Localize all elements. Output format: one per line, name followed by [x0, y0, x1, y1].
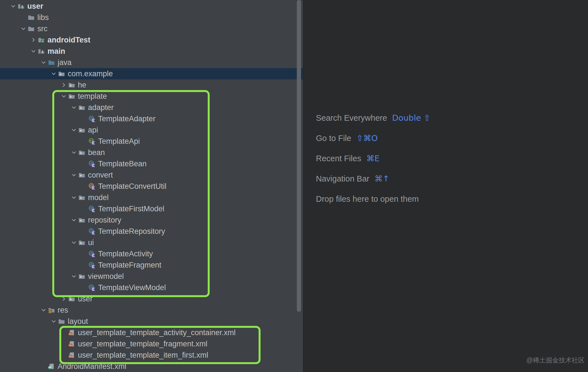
chevron-down-icon[interactable] — [70, 216, 78, 224]
chevron-down-icon[interactable] — [30, 48, 38, 55]
tree-row-templateactivity[interactable]: TemplateActivity — [0, 248, 303, 259]
chevron-right-icon[interactable] — [60, 81, 68, 89]
tree-row-user-template-template-fragment-xml[interactable]: <>user_template_template_fragment.xml — [0, 338, 303, 349]
tree-item-label: src — [37, 23, 48, 34]
chevron-spacer — [80, 160, 88, 167]
tree-item-label: res — [58, 304, 68, 316]
tree-item-label: TemplateApi — [98, 136, 140, 147]
tree-row-java[interactable]: java — [0, 57, 303, 68]
package-icon — [78, 239, 85, 246]
tree-row-res[interactable]: res — [0, 304, 303, 316]
chevron-down-icon[interactable] — [70, 126, 78, 134]
tree-row-template[interactable]: template — [0, 91, 303, 102]
shortcut-keys: Double ⇧ — [392, 113, 430, 123]
package-icon — [78, 194, 85, 201]
tree-row-adapter[interactable]: adapter — [0, 102, 303, 113]
tree-row-com-example[interactable]: com.example — [0, 68, 303, 79]
xml-file-icon: <> — [68, 340, 75, 348]
package-icon — [78, 104, 85, 111]
shortcut-hint-search-everywhere: Search EverywhereDouble ⇧ — [316, 108, 430, 128]
tree-row-viewmodel[interactable]: viewmodel — [0, 271, 303, 282]
tree-row-templatebean[interactable]: TemplateBean — [0, 158, 303, 169]
tree-row-libs[interactable]: libs — [0, 12, 303, 23]
chevron-down-icon[interactable] — [70, 149, 78, 156]
tree-row-user[interactable]: user — [0, 293, 303, 304]
tree-row-he[interactable]: he — [0, 79, 303, 91]
package-icon — [58, 70, 65, 77]
chevron-down-icon[interactable] — [50, 318, 58, 325]
tree-item-label: layout — [68, 316, 88, 327]
chevron-right-icon[interactable] — [60, 295, 68, 302]
shortcut-label: Go to File — [316, 134, 351, 143]
tree-item-label: TemplateAdapter — [98, 113, 155, 124]
tree-item-label: ui — [88, 237, 94, 248]
kotlin-class-icon — [88, 205, 96, 212]
watermark: @稀土掘金技术社区 — [526, 356, 585, 365]
tree-item-label: adapter — [88, 102, 114, 113]
tree-row-layout[interactable]: layout — [0, 316, 303, 327]
tree-row-user-template-template-item-first-xml[interactable]: <>user_template_template_item_first.xml — [0, 349, 303, 361]
chevron-down-icon[interactable] — [70, 239, 78, 246]
tree-row-api[interactable]: api — [0, 124, 303, 136]
chevron-spacer — [80, 228, 88, 235]
svg-text:<>: <> — [69, 355, 72, 358]
shortcut-keys: ⇧⌘O — [356, 133, 378, 143]
chevron-down-icon[interactable] — [70, 194, 78, 201]
tree-item-label: TemplateBean — [98, 158, 147, 169]
tree-item-label: api — [88, 124, 98, 136]
tree-row-convert[interactable]: convert — [0, 169, 303, 181]
tree-item-label: TemplateConvertUtil — [98, 181, 166, 192]
chevron-down-icon[interactable] — [20, 25, 28, 32]
tree-row-templatefragment[interactable]: TemplateFragment — [0, 259, 303, 271]
tree-item-label: repository — [88, 214, 121, 226]
chevron-down-icon[interactable] — [70, 273, 78, 280]
tree-item-label: viewmodel — [88, 271, 124, 282]
folder-icon — [58, 318, 65, 325]
tree-row-src[interactable]: src — [0, 23, 303, 34]
tree-item-label: TemplateRepository — [98, 226, 165, 237]
kotlin-class-icon — [88, 284, 96, 291]
chevron-right-icon[interactable] — [30, 36, 38, 44]
chevron-down-icon[interactable] — [50, 70, 58, 77]
tree-row-ui[interactable]: ui — [0, 237, 303, 248]
shortcut-hint-recent-files: Recent Files⌘E — [316, 148, 430, 169]
chevron-spacer — [60, 340, 68, 348]
tree-row-user[interactable]: user — [0, 1, 303, 12]
tree-row-templateviewmodel[interactable]: TemplateViewModel — [0, 282, 303, 293]
tree-row-androidmanifest-xml[interactable]: MFAndroidManifest.xml — [0, 361, 303, 372]
project-tree: userlibssrcandroidTestmainjavacom.exampl… — [0, 1, 303, 372]
tree-row-templatefirstmodel[interactable]: TemplateFirstModel — [0, 203, 303, 214]
package-icon — [78, 273, 85, 280]
tree-row-androidtest[interactable]: androidTest — [0, 34, 303, 46]
tree-row-repository[interactable]: repository — [0, 214, 303, 226]
tree-row-templaterepository[interactable]: TemplateRepository — [0, 226, 303, 237]
package-icon — [68, 81, 75, 89]
tree-row-user-template-template-activity-container-xml[interactable]: <>user_template_template_activity_contai… — [0, 327, 303, 338]
chevron-down-icon[interactable] — [70, 104, 78, 111]
package-icon — [78, 149, 85, 156]
tree-item-label: user — [78, 293, 93, 304]
chevron-spacer — [80, 250, 88, 257]
chevron-down-icon[interactable] — [10, 3, 17, 10]
tree-row-model[interactable]: model — [0, 192, 303, 203]
chevron-down-icon[interactable] — [70, 171, 78, 179]
tree-row-bean[interactable]: bean — [0, 147, 303, 158]
tree-item-label: TemplateActivity — [98, 248, 153, 259]
chevron-spacer — [80, 284, 88, 291]
tree-row-templateconvertutil[interactable]: TemplateConvertUtil — [0, 181, 303, 192]
chevron-down-icon[interactable] — [60, 93, 68, 100]
svg-text:<>: <> — [69, 344, 72, 347]
package-icon — [78, 171, 85, 179]
tree-row-templateadapter[interactable]: TemplateAdapter — [0, 113, 303, 124]
shortcut-label: Navigation Bar — [316, 174, 369, 183]
tree-row-templateapi[interactable]: TemplateApi — [0, 136, 303, 147]
source-folder-icon — [48, 59, 55, 66]
tree-item-label: TemplateViewModel — [98, 282, 166, 293]
chevron-down-icon[interactable] — [40, 59, 48, 66]
xml-file-icon: <> — [68, 329, 75, 336]
scrollbar-thumb[interactable] — [297, 0, 301, 312]
kotlin-interface-icon — [88, 138, 96, 145]
tree-row-main[interactable]: main — [0, 46, 303, 57]
chevron-down-icon[interactable] — [40, 306, 48, 314]
chevron-spacer — [80, 205, 88, 212]
